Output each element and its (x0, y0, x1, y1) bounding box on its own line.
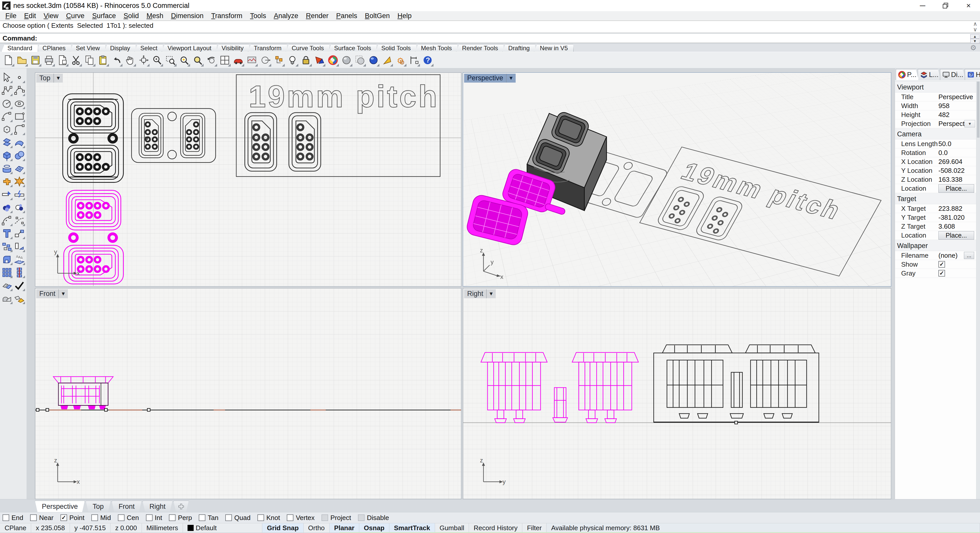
toolbar-tab-viewport-layout[interactable]: Viewport Layout (162, 44, 217, 52)
checkbox-icon[interactable] (169, 514, 175, 521)
save-file-button[interactable] (29, 53, 42, 67)
paste-button[interactable] (96, 53, 110, 67)
flag-annotation-button[interactable] (380, 53, 394, 67)
viewport-menu-arrow-icon[interactable]: ▼ (54, 74, 63, 82)
menu-tools[interactable]: Tools (246, 11, 270, 21)
toolbar-tab-visibility[interactable]: Visibility (216, 44, 249, 52)
filename-value[interactable]: (none) (939, 252, 958, 260)
property-value[interactable]: 163.338 (939, 176, 976, 184)
osnap-vertex[interactable]: Vertex (287, 514, 315, 522)
toolbar-tab-surface-tools[interactable]: Surface Tools (328, 44, 377, 52)
checkbox-icon[interactable] (146, 514, 153, 521)
panel-scrollbar[interactable] (977, 81, 980, 512)
toolbar-tab-solid-tools[interactable]: Solid Tools (375, 44, 417, 52)
menu-boltgen[interactable]: BoltGen (361, 11, 394, 21)
toolbar-tab-mesh-tools[interactable]: Mesh Tools (415, 44, 458, 52)
status-pane-gumball[interactable]: Gumball (435, 523, 469, 533)
place-button[interactable]: Place... (939, 184, 974, 193)
mirror-tool-button[interactable] (13, 240, 25, 252)
toolbar-tab-new-in-v5[interactable]: New in V5 (534, 44, 574, 52)
viewport-tab-top[interactable]: Top (86, 501, 111, 512)
zoom-dynamic-button[interactable] (150, 53, 164, 67)
block-tool-button[interactable] (0, 240, 13, 252)
viewport-label-front[interactable]: Front▼ (36, 289, 68, 298)
panel-tab-properties[interactable]: P... (896, 69, 919, 80)
object-properties-button[interactable] (272, 53, 285, 67)
value-text[interactable]: 958 (939, 102, 950, 110)
rotate-view-button[interactable] (137, 53, 150, 67)
lamp-editor-button[interactable] (285, 53, 299, 67)
shaded-mode-button[interactable] (340, 53, 353, 67)
menu-curve[interactable]: Curve (62, 11, 88, 21)
property-value[interactable]: 0.0 (939, 149, 976, 157)
status-pane-filter[interactable]: Filter (522, 523, 547, 533)
menu-view[interactable]: View (40, 11, 62, 21)
sphere-tool-button[interactable] (13, 149, 25, 162)
export-page-button[interactable] (56, 53, 69, 67)
property-value[interactable]: Perspective▾ (939, 120, 976, 128)
set-cplane-button[interactable] (258, 53, 272, 67)
fillet-edge-tool-button[interactable] (0, 214, 13, 227)
patch-surface-tool-button[interactable] (13, 162, 25, 174)
restore-icon[interactable] (934, 0, 957, 11)
join-tool-button[interactable] (0, 279, 13, 292)
help-button[interactable]: ? (421, 53, 434, 67)
viewport-top[interactable]: 19mm pitch y x Top▼ (35, 72, 461, 287)
viewport-label-right[interactable]: Right▼ (464, 289, 496, 298)
checkbox-icon[interactable]: ✓ (939, 270, 945, 276)
status-pane-ortho[interactable]: Ortho (304, 523, 329, 533)
zoom-extents-button[interactable] (191, 53, 204, 67)
place-button[interactable]: Place... (939, 231, 974, 240)
toolbar-tab-drafting[interactable]: Drafting (503, 44, 536, 52)
gear-icon[interactable]: ⚙ (970, 44, 977, 52)
command-spinner[interactable]: ▲▼ (970, 34, 980, 42)
units-button[interactable]: Millimeters (142, 523, 183, 533)
boolean-union-tool-button[interactable] (0, 201, 13, 214)
property-value[interactable]: 50.0 (939, 140, 976, 148)
ghosted-mode-button[interactable] (353, 53, 367, 67)
explode-tool-button[interactable] (13, 175, 25, 187)
cylinder-tool-button[interactable] (0, 162, 13, 174)
copy-button[interactable] (83, 53, 96, 67)
panel-tab-help[interactable]: ?H... (965, 69, 980, 80)
checkbox-icon[interactable] (30, 514, 37, 521)
command-line[interactable]: Command: ▲▼ (0, 34, 980, 43)
viewport-front[interactable]: z x Front▼ (35, 288, 461, 499)
box-tool-button[interactable] (0, 149, 13, 162)
minimize-icon[interactable]: ─ (911, 0, 934, 11)
property-value[interactable]: 482 (939, 111, 976, 119)
osnap-disable[interactable]: Disable (358, 514, 389, 522)
value-text[interactable]: -508.022 (939, 167, 965, 174)
property-value[interactable]: ✓ (939, 270, 976, 276)
circle-tool-button[interactable] (0, 97, 13, 109)
toolbar-tab-select[interactable]: Select (134, 44, 163, 52)
move-tool-button[interactable] (13, 227, 25, 240)
checkbox-icon[interactable] (118, 514, 124, 521)
checkbox-icon[interactable]: ✓ (939, 261, 945, 268)
value-text[interactable]: 223.882 (939, 205, 963, 213)
toolbar-tab-display[interactable]: Display (104, 44, 136, 52)
checkbox-icon[interactable] (3, 514, 9, 521)
value-text[interactable]: 50.0 (939, 140, 951, 148)
value-text[interactable]: 163.338 (939, 176, 963, 184)
property-value[interactable]: 223.882 (939, 205, 976, 213)
checkbox-icon[interactable] (199, 514, 205, 521)
menu-help[interactable]: Help (394, 11, 416, 21)
value-text[interactable]: 0.0 (939, 149, 948, 157)
osnap-point[interactable]: ✓Point (60, 514, 84, 522)
command-history-scrollbar[interactable]: ∧∨ (971, 21, 980, 32)
polygon-tool-button[interactable] (0, 123, 13, 136)
status-pane-planar[interactable]: Planar (329, 523, 360, 533)
layer-button[interactable]: Default (183, 523, 262, 533)
property-value[interactable]: Place... (939, 184, 976, 193)
menu-analyze[interactable]: Analyze (270, 11, 302, 21)
new-file-button[interactable] (2, 53, 15, 67)
menu-solid[interactable]: Solid (120, 11, 143, 21)
background-bitmap-button[interactable] (245, 53, 258, 67)
toolbar-tab-standard[interactable]: Standard (2, 44, 38, 52)
command-history[interactable]: Choose option ( Extents Selected 1To1 ):… (0, 21, 980, 33)
status-pane-osnap[interactable]: Osnap (359, 523, 389, 533)
close-icon[interactable]: × (957, 0, 980, 11)
boolean-tool-button[interactable] (0, 175, 13, 187)
viewport-tab-front[interactable]: Front (112, 501, 142, 512)
